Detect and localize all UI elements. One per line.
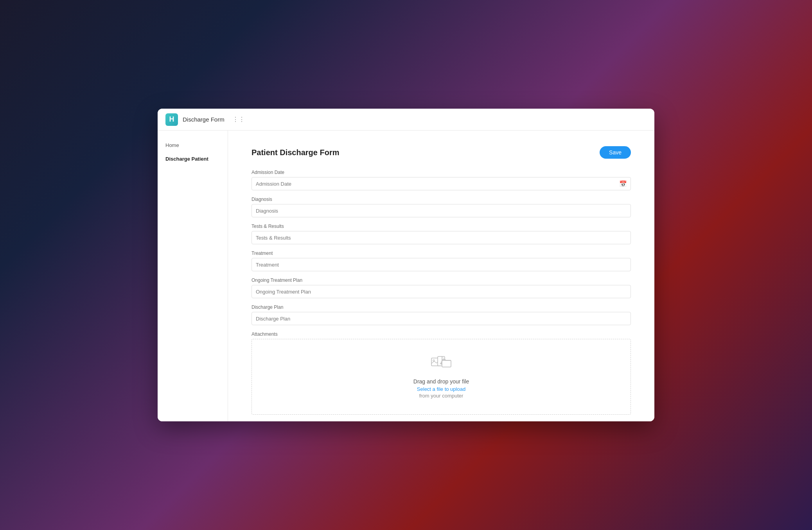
discharge-plan-label: Discharge Plan bbox=[252, 304, 631, 310]
tests-results-group: Tests & Results bbox=[252, 224, 631, 244]
tests-results-label: Tests & Results bbox=[252, 224, 631, 229]
diagnosis-label: Diagnosis bbox=[252, 197, 631, 202]
select-file-link[interactable]: Select a file to upload bbox=[417, 386, 465, 392]
diagnosis-input[interactable] bbox=[252, 204, 631, 217]
ongoing-treatment-input[interactable] bbox=[252, 285, 631, 298]
svg-rect-5 bbox=[442, 360, 451, 367]
admission-date-input[interactable] bbox=[252, 177, 631, 190]
calendar-icon[interactable]: 📅 bbox=[619, 180, 627, 188]
diagnosis-group: Diagnosis bbox=[252, 197, 631, 217]
attachments-label: Attachments bbox=[252, 331, 631, 337]
treatment-input[interactable] bbox=[252, 258, 631, 271]
form-title: Patient Discharge Form bbox=[252, 148, 340, 157]
form-header: Patient Discharge Form Save bbox=[252, 146, 631, 159]
logo-icon: H bbox=[165, 113, 178, 126]
discharge-plan-input[interactable] bbox=[252, 312, 631, 325]
dropzone-sub-text: from your computer bbox=[419, 393, 463, 399]
top-bar: H Discharge Form ⋮⋮ bbox=[158, 109, 654, 131]
sidebar: Home Discharge Patient bbox=[158, 131, 228, 421]
ongoing-treatment-label: Ongoing Treatment Plan bbox=[252, 278, 631, 283]
content-area: Patient Discharge Form Save Admission Da… bbox=[228, 131, 654, 421]
app-title: Discharge Form bbox=[183, 116, 225, 123]
grid-menu-icon[interactable]: ⋮⋮ bbox=[232, 116, 245, 123]
admission-date-label: Admission Date bbox=[252, 170, 631, 175]
main-layout: Home Discharge Patient Patient Discharge… bbox=[158, 131, 654, 421]
admission-date-wrapper: 📅 bbox=[252, 177, 631, 190]
dropzone-main-text: Drag and drop your file bbox=[413, 378, 469, 385]
treatment-group: Treatment bbox=[252, 251, 631, 271]
save-button[interactable]: Save bbox=[600, 146, 631, 159]
ongoing-treatment-group: Ongoing Treatment Plan bbox=[252, 278, 631, 298]
treatment-label: Treatment bbox=[252, 251, 631, 256]
admission-date-group: Admission Date 📅 bbox=[252, 170, 631, 190]
sidebar-item-home[interactable]: Home bbox=[158, 138, 228, 152]
sidebar-item-discharge-patient[interactable]: Discharge Patient bbox=[158, 152, 228, 166]
app-window: H Discharge Form ⋮⋮ Home Discharge Patie… bbox=[158, 109, 654, 421]
dropzone-icons bbox=[431, 355, 451, 374]
discharge-plan-group: Discharge Plan bbox=[252, 304, 631, 325]
attachments-section: Attachments bbox=[252, 331, 631, 415]
file-dropzone[interactable]: Drag and drop your file Select a file to… bbox=[252, 339, 631, 415]
tests-results-input[interactable] bbox=[252, 231, 631, 244]
